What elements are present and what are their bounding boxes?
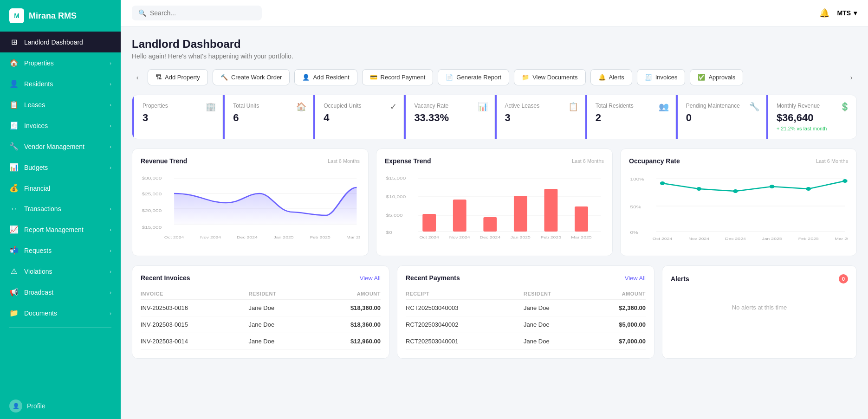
stat-icon-5: 👥 [659, 102, 669, 112]
svg-rect-25 [514, 196, 527, 232]
svg-text:Mar 2025: Mar 2025 [835, 237, 848, 241]
svg-point-44 [806, 187, 811, 191]
sidebar-item-budgets[interactable]: 📊 Budgets › [0, 157, 121, 178]
payment-table-row: RCT202503040002 Jane Doe $5,000.00 [406, 316, 646, 333]
action-btn-record-payment[interactable]: 💳Record Payment [362, 69, 434, 85]
sidebar-label-requests: Requests [24, 247, 52, 254]
sidebar-item-transactions[interactable]: ↔ Transactions › [0, 199, 121, 219]
payment-table-row: RCT202503040003 Jane Doe $2,360.00 [406, 300, 646, 316]
sidebar-item-financial[interactable]: 💰 Financial [0, 178, 121, 199]
sidebar-icon-broadcast: 📢 [9, 288, 19, 297]
stat-card-6: Pending Maintenance 0 🔧 [676, 95, 766, 139]
user-chevron-icon: ▾ [854, 9, 857, 17]
expense-chart-period: Last 6 Months [572, 158, 604, 164]
invoices-table-title: Recent Invoices [141, 274, 190, 282]
payments-table-head: RECEIPT RESIDENT AMOUNT [406, 288, 646, 300]
invoices-col-resident: RESIDENT [249, 288, 312, 300]
user-menu[interactable]: MTS ▾ [837, 9, 857, 17]
stat-label-5: Total Residents [596, 103, 667, 109]
sidebar-item-properties[interactable]: 🏠 Properties › [0, 52, 121, 73]
action-icon-create-work-order: 🔨 [220, 74, 228, 81]
svg-text:Oct 2024: Oct 2024 [419, 235, 439, 239]
svg-text:$0: $0 [386, 230, 392, 234]
svg-text:Feb 2025: Feb 2025 [310, 235, 330, 239]
svg-text:Oct 2024: Oct 2024 [653, 237, 673, 241]
sidebar-icon-vendor: 🔧 [9, 142, 19, 151]
sidebar-item-leases[interactable]: 📋 Leases › [0, 94, 121, 115]
revenue-trend-card: Revenue Trend Last 6 Months $30,000 $25,… [132, 148, 369, 256]
sidebar-profile-item[interactable]: 👤 Profile [0, 393, 121, 419]
sidebar-icon-transactions: ↔ [9, 205, 19, 213]
stat-label-2: Occupied Units [324, 103, 395, 109]
action-btn-create-work-order[interactable]: 🔨Create Work Order [213, 69, 290, 85]
chevron-icon-requests: › [110, 248, 111, 253]
revenue-chart-title: Revenue Trend [141, 157, 187, 165]
action-btn-view-documents[interactable]: 📁View Documents [514, 69, 585, 85]
chevron-icon-violations: › [110, 269, 111, 274]
chevron-icon-leases: › [110, 102, 111, 108]
chevron-icon-properties: › [110, 60, 111, 66]
sidebar-icon-requests: 📬 [9, 246, 19, 255]
sidebar-item-report[interactable]: 📈 Report Management › [0, 219, 121, 240]
sidebar-label-documents: Documents [24, 309, 57, 317]
svg-text:Mar 2025: Mar 2025 [571, 235, 591, 239]
action-btn-approvals[interactable]: ✅Approvals [690, 69, 743, 85]
action-icon-generate-report: 📄 [446, 74, 453, 81]
search-input[interactable] [150, 9, 252, 17]
action-icon-add-resident: 👤 [302, 74, 310, 81]
stat-value-6: 0 [686, 112, 758, 124]
svg-text:Oct 2024: Oct 2024 [164, 235, 184, 239]
stat-icon-7: 💲 [840, 102, 850, 112]
sidebar-icon-report: 📈 [9, 225, 19, 234]
sidebar-label-broadcast: Broadcast [24, 289, 53, 296]
action-label-add-resident: Add Resident [313, 74, 349, 81]
sidebar-item-residents[interactable]: 👤 Residents › [0, 73, 121, 94]
svg-text:$25,000: $25,000 [142, 192, 162, 196]
svg-text:0%: 0% [630, 230, 638, 234]
sidebar-label-residents: Residents [24, 80, 53, 88]
sidebar-item-dashboard[interactable]: ⊞ Landlord Dashboard [0, 32, 121, 52]
scroll-right-arrow[interactable]: › [846, 72, 857, 83]
stats-row: Properties 3 🏢 Total Units 6 🏠 Occupied … [132, 95, 857, 139]
invoices-table-head: INVOICE RESIDENT AMOUNT [141, 288, 381, 300]
svg-point-45 [842, 179, 847, 183]
quick-actions-bar: ‹ 🏗Add Property🔨Create Work Order👤Add Re… [132, 69, 857, 85]
stat-icon-2: ✓ [390, 102, 397, 112]
action-btn-generate-report[interactable]: 📄Generate Report [438, 69, 509, 85]
svg-rect-24 [483, 217, 497, 232]
svg-text:$15,000: $15,000 [142, 225, 162, 229]
sidebar-item-requests[interactable]: 📬 Requests › [0, 240, 121, 261]
action-btn-alerts[interactable]: 🔔Alerts [590, 69, 632, 85]
sidebar-label-budgets: Budgets [24, 164, 48, 171]
svg-point-42 [733, 189, 738, 193]
action-btn-add-property[interactable]: 🏗Add Property [148, 69, 208, 85]
sidebar-item-documents[interactable]: 📁 Documents › [0, 303, 121, 323]
search-box[interactable]: 🔍 [132, 6, 262, 20]
sidebar-item-broadcast[interactable]: 📢 Broadcast › [0, 282, 121, 303]
payment-receipt-0: RCT202503040003 [406, 300, 524, 316]
payments-view-all[interactable]: View All [625, 275, 646, 282]
sidebar-nav: ⊞ Landlord Dashboard 🏠 Properties › 👤 Re… [0, 32, 121, 323]
svg-rect-26 [544, 189, 558, 232]
scroll-left-arrow[interactable]: ‹ [132, 72, 143, 83]
action-btn-invoices[interactable]: 🧾Invoices [637, 69, 686, 85]
sidebar-item-violations[interactable]: ⚠ Violations › [0, 261, 121, 282]
svg-rect-27 [575, 206, 588, 232]
svg-text:$10,000: $10,000 [386, 194, 406, 199]
action-btn-add-resident[interactable]: 👤Add Resident [294, 69, 357, 85]
sidebar-label-report: Report Management [24, 226, 84, 233]
payments-col-receipt: RECEIPT [406, 288, 524, 300]
sidebar-label-properties: Properties [24, 59, 54, 67]
sidebar-item-invoices[interactable]: 🧾 Invoices › [0, 115, 121, 136]
invoices-view-all[interactable]: View All [360, 275, 381, 282]
svg-text:Feb 2025: Feb 2025 [541, 235, 561, 239]
page-title: Landlord Dashboard [132, 38, 857, 51]
revenue-chart-svg: $30,000 $25,000 $20,000 $15,000 [141, 171, 360, 245]
stat-value-4: 3 [505, 112, 577, 124]
sidebar-logo[interactable]: M Mirana RMS [0, 0, 121, 32]
notification-bell[interactable]: 🔔 [819, 8, 829, 18]
sidebar-item-vendor[interactable]: 🔧 Vendor Management › [0, 136, 121, 157]
svg-text:Nov 2024: Nov 2024 [688, 237, 709, 241]
stat-label-1: Total Units [233, 103, 304, 109]
charts-row: Revenue Trend Last 6 Months $30,000 $25,… [132, 148, 857, 256]
